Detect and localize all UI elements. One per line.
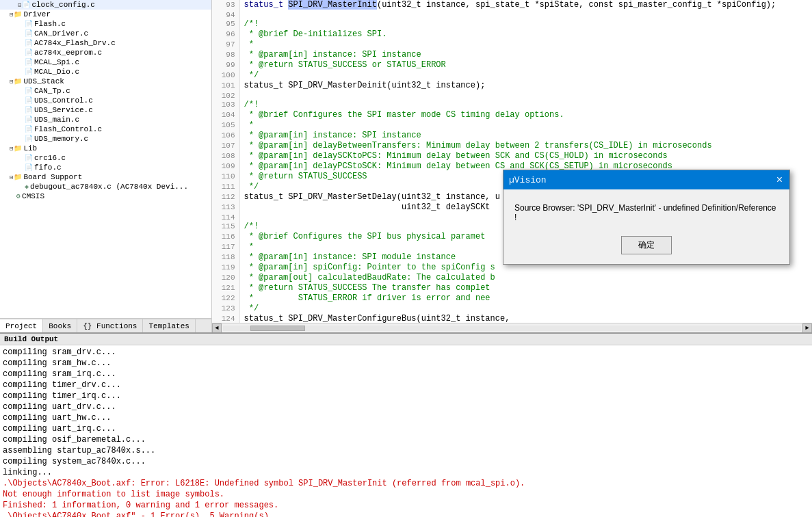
comment: * @param[in] delayBetweenTransfers: Mini… xyxy=(244,141,712,150)
code-line-105: 105 * xyxy=(212,120,812,131)
line-content[interactable]: /*! xyxy=(239,19,812,29)
tree-item-label: crc16.c xyxy=(34,154,66,162)
build-output-content[interactable]: compiling sram_drv.c...compiling sram_hw… xyxy=(0,345,812,517)
tree-item-ac784x_flash[interactable]: 📄AC784x_Flash_Drv.c xyxy=(0,38,211,48)
line-content[interactable]: */ xyxy=(239,70,812,81)
tree-item-can_tp[interactable]: 📄CAN_Tp.c xyxy=(0,86,211,96)
line-content[interactable]: * @param[in] delayBetweenTransfers: Mini… xyxy=(239,141,812,151)
horizontal-scrollbar[interactable]: ◄ ► xyxy=(212,323,812,332)
comment: */ xyxy=(244,304,259,313)
sidebar: ⊟📄clock_config.c⊟📁Driver📄Flash.c📄CAN_Dri… xyxy=(0,0,212,332)
tree-item-label: CMSIS xyxy=(22,192,44,200)
tree-item-crc16[interactable]: 📄crc16.c xyxy=(0,153,211,163)
line-content[interactable]: * xyxy=(239,40,812,50)
build-line-8: compiling osif_baremetal.c... xyxy=(3,434,809,445)
file-icon: 📄 xyxy=(25,58,33,66)
code-line-93: 93status_t SPI_DRV_MasterInit(uint32_t i… xyxy=(212,0,812,10)
expand-icon[interactable]: ⊟ xyxy=(10,78,13,85)
line-content[interactable]: /*! xyxy=(239,100,812,110)
tree-item-board_support[interactable]: ⊟📁Board Support xyxy=(0,172,211,182)
line-content[interactable]: * @brief De-initializes SPI. xyxy=(239,29,812,40)
build-line-15: .\Objects\AC7840x_Boot.axf" - 1 Error(s)… xyxy=(3,511,809,517)
tree-item-uds_memory[interactable]: 📄UDS_memory.c xyxy=(0,134,211,144)
modal-dialog: µVision × Source Browser: 'SPI_DRV_Maste… xyxy=(503,170,790,265)
tree-item-mcal_spi[interactable]: 📄MCAL_Spi.c xyxy=(0,57,211,67)
modal-close-button[interactable]: × xyxy=(775,174,784,185)
build-line-10: compiling system_ac7840x.c... xyxy=(3,456,809,467)
tree-item-debugout[interactable]: ◈debugout_ac7840x.c (AC7840x Devi... xyxy=(0,182,211,191)
comment: * @param[in] instance: SPI module instan… xyxy=(244,252,456,262)
line-content[interactable]: * xyxy=(239,120,812,131)
folder-icon: 📁 xyxy=(14,173,22,181)
scroll-left-btn[interactable]: ◄ xyxy=(212,323,222,333)
line-content[interactable]: * @brief Configures the SPI master mode … xyxy=(239,110,812,120)
tree-item-ac784x_eeprom[interactable]: 📄ac784x_eeprom.c xyxy=(0,48,211,57)
tab-books[interactable]: Books xyxy=(43,319,77,332)
line-content[interactable]: * @param[in] delaySCKtoPCS: Minimum dela… xyxy=(239,151,812,161)
code-area: 93status_t SPI_DRV_MasterInit(uint32_t i… xyxy=(212,0,812,332)
line-content[interactable]: * @param[in] instance: SPI instance xyxy=(239,131,812,141)
tree-item-cmsis[interactable]: ⚙CMSIS xyxy=(0,191,211,201)
scroll-thumb[interactable] xyxy=(250,326,305,331)
tree-item-can_driver[interactable]: 📄CAN_Driver.c xyxy=(0,29,211,38)
comment: * xyxy=(244,242,254,252)
file-icon: 📄 xyxy=(25,154,33,162)
tree-item-label: AC784x_Flash_Drv.c xyxy=(34,39,116,47)
line-number: 100 xyxy=(212,70,239,81)
code-line-124: 124status_t SPI_DRV_MasterConfigureBus(u… xyxy=(212,314,812,323)
code-line-96: 96 * @brief De-initializes SPI. xyxy=(212,29,812,40)
line-content[interactable]: * STATUS_ERROR if driver is error and ne… xyxy=(239,293,812,304)
tab-functions[interactable]: {} Functions xyxy=(77,319,143,332)
tree-item-flash_c[interactable]: 📄Flash.c xyxy=(0,19,211,29)
tree-item-flash_control[interactable]: 📄Flash_Control.c xyxy=(0,124,211,134)
expand-icon[interactable]: ⊟ xyxy=(18,1,21,9)
tree-item-uds_control[interactable]: 📄UDS_Control.c xyxy=(0,96,211,105)
tree-item-label: Driver xyxy=(23,10,51,18)
line-content[interactable]: * @param[out] calculatedBaudRate: The ca… xyxy=(239,273,812,283)
code-scroll[interactable]: 93status_t SPI_DRV_MasterInit(uint32_t i… xyxy=(212,0,812,323)
file-icon: 📄 xyxy=(25,116,33,124)
tab-project-label: Project xyxy=(5,322,37,330)
line-number: 93 xyxy=(212,0,239,10)
line-number: 101 xyxy=(212,81,239,91)
tree-item-driver[interactable]: ⊟📁Driver xyxy=(0,10,211,19)
tree-item-uds_main[interactable]: 📄UDS_main.c xyxy=(0,115,211,124)
modal-ok-button[interactable]: 确定 xyxy=(621,236,672,254)
line-content[interactable] xyxy=(239,91,812,100)
scroll-track[interactable] xyxy=(223,326,801,331)
tab-project[interactable]: Project xyxy=(0,319,43,332)
file-gear-icon: ◈ xyxy=(25,183,29,191)
sidebar-tree[interactable]: ⊟📄clock_config.c⊟📁Driver📄Flash.c📄CAN_Dri… xyxy=(0,0,211,319)
line-content[interactable]: * @return STATUS_SUCCESS or STATUS_ERROR xyxy=(239,60,812,70)
tree-item-uds_stack[interactable]: ⊟📁UDS_Stack xyxy=(0,77,211,86)
line-content[interactable] xyxy=(239,10,812,19)
line-content[interactable]: * @return STATUS_SUCCESS The transfer ha… xyxy=(239,283,812,293)
build-line-7: compiling uart_irq.c... xyxy=(3,423,809,434)
tree-item-mcal_dio[interactable]: 📄MCAL_Dio.c xyxy=(0,67,211,77)
build-line-6: compiling uart_hw.c... xyxy=(3,412,809,423)
tree-item-fifo[interactable]: 📄fifo.c xyxy=(0,163,211,172)
comment: * @return STATUS_SUCCESS xyxy=(244,172,367,181)
tree-item-label: debugout_ac7840x.c (AC7840x Devi... xyxy=(30,183,188,191)
line-content[interactable]: */ xyxy=(239,304,812,314)
scroll-right-btn[interactable]: ► xyxy=(802,323,812,333)
expand-icon[interactable]: ⊟ xyxy=(10,174,13,181)
tree-item-lib[interactable]: ⊟📁Lib xyxy=(0,144,211,153)
line-number: 108 xyxy=(212,151,239,161)
tree-item-clock_config[interactable]: ⊟📄clock_config.c xyxy=(0,0,211,10)
expand-icon[interactable]: ⊟ xyxy=(10,11,13,18)
line-content[interactable]: status_t SPI_DRV_MasterConfigureBus(uint… xyxy=(239,314,812,323)
tab-templates[interactable]: Templates xyxy=(143,319,195,332)
line-content[interactable]: status_t SPI_DRV_MasterDeinit(uint32_t i… xyxy=(239,81,812,91)
line-content[interactable]: * @param[in] instance: SPI instance xyxy=(239,50,812,60)
expand-icon[interactable]: ⊟ xyxy=(10,145,13,153)
line-number: 120 xyxy=(212,273,239,283)
tree-item-uds_service[interactable]: 📄UDS_Service.c xyxy=(0,105,211,115)
code-line-123: 123 */ xyxy=(212,304,812,314)
line-number: 119 xyxy=(212,263,239,273)
file-icon: 📄 xyxy=(25,39,33,47)
line-number: 103 xyxy=(212,100,239,110)
line-content[interactable]: status_t SPI_DRV_MasterInit(uint32_t ins… xyxy=(239,0,812,10)
folder-icon: 📁 xyxy=(14,144,22,153)
line-number: 106 xyxy=(212,131,239,141)
